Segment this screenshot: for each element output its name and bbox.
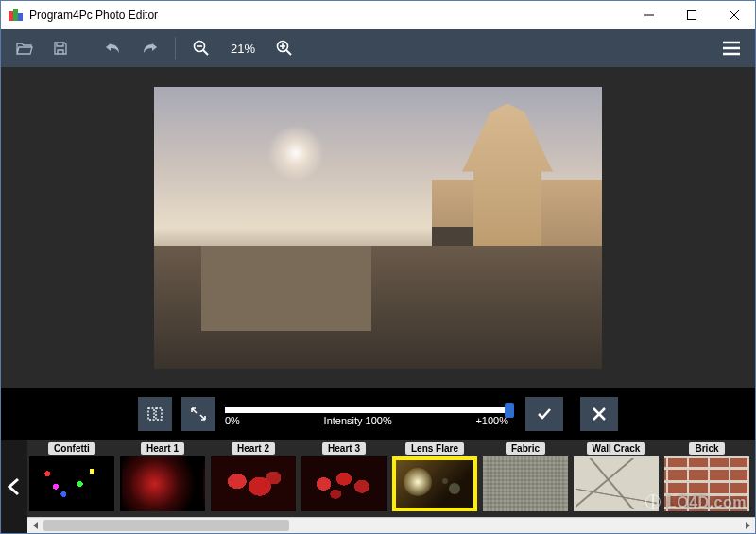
effect-preview [574,456,659,511]
effect-preview [211,456,296,511]
scroll-thumb[interactable] [43,520,289,531]
effect-preview [120,456,205,511]
effect-controls: 0% Intensity 100% +100% [1,388,755,440]
effects-scrollbar[interactable] [27,517,755,533]
zoom-in-button[interactable] [268,34,301,62]
cancel-button[interactable] [580,397,618,431]
maximize-button[interactable] [670,1,713,29]
effect-label: Lens Flare [405,442,464,455]
photo-canvas[interactable] [154,87,602,369]
effect-label: Heart 3 [322,442,366,455]
scroll-right-button[interactable] [739,518,755,533]
toolbar-separator [175,37,176,60]
effect-thumb-fabric[interactable]: Fabric [483,442,568,515]
slider-thumb[interactable] [505,403,514,418]
zoom-level: 21% [221,42,265,56]
main-toolbar: 21% [1,29,755,67]
lens-flare-overlay [267,125,324,181]
slider-mid-label: Intensity 100% [240,415,476,426]
slider-max-label: +100% [475,415,508,426]
intensity-slider-group: 0% Intensity 100% +100% [225,402,508,426]
svg-line-11 [286,50,291,55]
effect-preview [29,456,114,511]
app-icon [9,8,24,23]
effect-thumb-lens-flare[interactable]: Lens Flare [392,442,477,515]
effect-thumb-heart-3[interactable]: Heart 3 [301,442,387,515]
compare-toggle-button[interactable] [138,397,172,431]
effect-preview [483,456,568,511]
effect-thumbnails: ConfettiHeart 1Heart 2Heart 3Lens FlareF… [27,440,755,517]
zoom-out-button[interactable] [185,34,217,62]
titlebar: Program4Pc Photo Editor [1,1,755,29]
undo-button[interactable] [97,34,129,62]
menu-button[interactable] [715,34,747,62]
svg-line-8 [203,50,208,55]
effect-preview [664,456,749,511]
apply-button[interactable] [525,397,563,431]
minimize-button[interactable] [627,1,670,29]
effects-back-button[interactable] [1,440,27,533]
effect-label: Wall Crack [587,442,646,455]
effect-thumb-confetti[interactable]: Confetti [29,442,114,515]
effect-preview [392,456,477,511]
window-controls [627,1,755,29]
effect-thumb-wall-crack[interactable]: Wall Crack [574,442,659,515]
open-button[interactable] [9,34,41,62]
svg-rect-4 [687,11,696,20]
effect-label: Brick [689,442,724,455]
effect-preview [301,456,387,511]
effects-strip: ConfettiHeart 1Heart 2Heart 3Lens FlareF… [1,440,755,533]
effect-label: Confetti [48,442,95,455]
title-left: Program4Pc Photo Editor [1,8,158,23]
close-button[interactable] [713,1,755,29]
svg-rect-1 [13,9,18,21]
app-title: Program4Pc Photo Editor [29,9,158,22]
app-window: Program4Pc Photo Editor 21% [0,0,756,534]
effect-label: Heart 1 [141,442,184,455]
effect-label: Fabric [506,442,545,455]
slider-min-label: 0% [225,415,240,426]
redo-button[interactable] [133,34,165,62]
effect-label: Heart 2 [232,442,275,455]
save-button[interactable] [44,34,77,62]
scroll-track[interactable] [43,518,739,533]
fit-toggle-button[interactable] [181,397,215,431]
canvas-area [1,67,755,388]
effect-thumb-heart-2[interactable]: Heart 2 [211,442,296,515]
svg-rect-0 [9,11,13,21]
effect-thumb-heart-1[interactable]: Heart 1 [120,442,205,515]
effect-thumb-brick[interactable]: Brick [664,442,749,515]
intensity-slider[interactable] [225,407,508,413]
scroll-left-button[interactable] [27,518,43,533]
svg-rect-2 [18,13,23,21]
